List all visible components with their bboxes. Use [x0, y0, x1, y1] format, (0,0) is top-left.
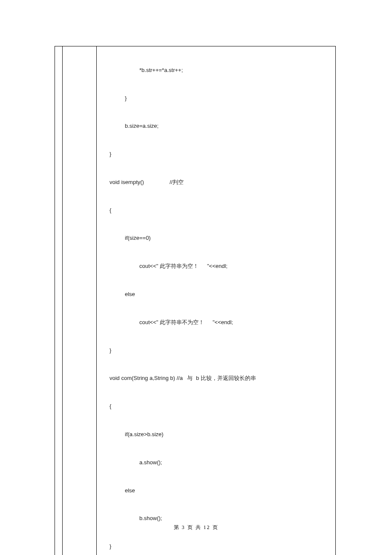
code-line: if(size==0): [101, 231, 331, 245]
code-text: void isempty(): [110, 179, 144, 185]
code-line: b.size=a.size;: [101, 119, 331, 133]
code-text: 与: [187, 375, 193, 381]
code-line: void com(String a,String b) //a与b 比较，并返回…: [101, 371, 331, 385]
code-line: }: [101, 147, 331, 161]
code-line: b.show();: [101, 512, 331, 525]
code-line: if(a.size>b.size): [101, 428, 331, 441]
code-line: cout<<" 此字符串为空！"<<endl;: [101, 259, 331, 273]
code-line: *b.str++=*a.str++;: [101, 63, 331, 77]
code-line: }: [101, 344, 331, 357]
code-line: }: [101, 540, 331, 553]
code-text: "<<endl;: [207, 263, 228, 269]
code-text: cout<<" 此字符串为空！: [139, 263, 199, 269]
code-text: void com(String a,String b) //a: [110, 375, 183, 381]
table-col-2: [63, 46, 97, 555]
code-line: {: [101, 204, 331, 217]
code-line: else: [101, 288, 331, 301]
code-block: *b.str++=*a.str++; } b.size=a.size; } vo…: [101, 49, 331, 555]
code-comment: b 比较，并返回较长的串: [196, 375, 256, 381]
code-comment: //判空: [170, 175, 184, 189]
code-line: void isempty()//判空: [101, 175, 331, 189]
table-col-code: *b.str++=*a.str++; } b.size=a.size; } vo…: [97, 46, 335, 555]
code-text: "<<endl;: [213, 319, 233, 325]
code-line: else: [101, 484, 331, 497]
code-line: cout<<" 此字符串不为空！"<<endl;: [101, 316, 331, 329]
page-footer: 第 3 页 共 12 页: [0, 524, 392, 531]
code-line: {: [101, 400, 331, 413]
code-line: }: [101, 92, 331, 105]
document-table: *b.str++=*a.str++; } b.size=a.size; } vo…: [55, 46, 336, 555]
table-col-1: [55, 46, 63, 555]
code-text: cout<<" 此字符串不为空！: [139, 319, 204, 325]
code-line: a.show();: [101, 456, 331, 469]
